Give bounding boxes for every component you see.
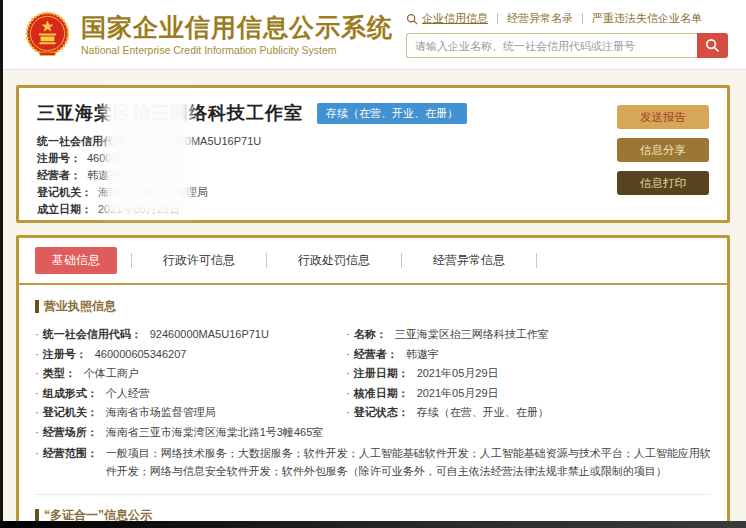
national-emblem-logo	[24, 11, 71, 58]
page-body: 三亚海棠区抬三网络科技工作室 存续（在营、开业、在册） 统一社会信用代码：924…	[0, 70, 746, 528]
print-info-button[interactable]: 信息打印	[617, 171, 709, 195]
site-header: 国家企业信用信息公示系统 National Enterprise Credit …	[0, 0, 746, 70]
search-bar	[406, 33, 728, 58]
business-license-details: 统一社会信用代码：92460000MA5U16P71U 名称：三亚海棠区抬三网络…	[35, 325, 711, 480]
search-button[interactable]	[697, 33, 728, 58]
search-input[interactable]	[406, 33, 697, 58]
business-license-section-title: 营业执照信息	[35, 298, 711, 315]
detail-panel: 基础信息 行政许可信息 行政处罚信息 经营异常信息 营业执照信息 统一社会信用代…	[16, 235, 730, 528]
tab-admin-license[interactable]: 行政许可信息	[146, 247, 252, 274]
header-nav: 企业信用信息 经营异常名录 严重违法失信企业名单	[406, 11, 728, 26]
section-title-bar	[35, 300, 39, 313]
tab-separator	[131, 253, 132, 268]
field-credit-code: 统一社会信用代码：92460000MA5U16P71U	[37, 133, 709, 150]
table-row: 登记机关：海南省市场监督管理局 登记状态：存续（在营、开业、在册）	[35, 403, 711, 423]
nav-link-abnormal-list[interactable]: 经营异常名录	[507, 11, 573, 26]
share-info-button[interactable]: 信息分享	[617, 138, 709, 162]
table-row: 组成形式：个人经营 核准日期：2021年05月29日	[35, 384, 711, 404]
field-reg-number: 注册号：460000605346207	[37, 150, 709, 167]
nav-separator	[497, 13, 498, 24]
tab-basic-info[interactable]: 基础信息	[35, 247, 117, 274]
field-operator: 经营者：韩遨宇	[37, 167, 709, 184]
action-buttons: 发送报告 信息分享 信息打印	[617, 105, 709, 195]
screenshot-left-edge	[0, 0, 3, 528]
tab-separator	[536, 253, 537, 268]
tab-admin-penalty[interactable]: 行政处罚信息	[281, 247, 387, 274]
field-registration-authority: 登记机关：海南省市场监督管理局	[37, 184, 709, 201]
tab-abnormal-operation[interactable]: 经营异常信息	[416, 247, 522, 274]
company-fields: 统一社会信用代码：92460000MA5U16P71U 注册号：46000060…	[37, 133, 709, 218]
table-row: 类型：个体工商户 注册日期：2021年05月29日	[35, 364, 711, 384]
search-icon	[705, 38, 720, 53]
site-title: 国家企业信用信息公示系统	[81, 13, 393, 42]
screenshot-bottom-edge	[0, 521, 746, 528]
tab-separator	[401, 253, 402, 268]
company-summary-panel: 三亚海棠区抬三网络科技工作室 存续（在营、开业、在册） 统一社会信用代码：924…	[16, 85, 730, 223]
table-row: 统一社会信用代码：92460000MA5U16P71U 名称：三亚海棠区抬三网络…	[35, 325, 711, 345]
site-subtitle: National Enterprise Credit Information P…	[81, 44, 393, 56]
status-badge: 存续（在营、开业、在册）	[317, 103, 467, 124]
send-report-button[interactable]: 发送报告	[617, 105, 709, 129]
field-establish-date: 成立日期：2021年05月29日	[37, 201, 709, 218]
tab-bar: 基础信息 行政许可信息 行政处罚信息 经营异常信息	[19, 238, 727, 283]
tab-separator	[266, 253, 267, 268]
search-icon	[406, 13, 418, 25]
table-row: 注册号：460000605346207 经营者：韩遨宇	[35, 345, 711, 365]
table-row: 经营场所：海南省三亚市海棠湾区海棠北路1号3幢465室	[35, 423, 711, 443]
nav-separator	[582, 13, 583, 24]
company-name: 三亚海棠区抬三网络科技工作室	[37, 101, 303, 125]
nav-link-illegal-list[interactable]: 严重违法失信企业名单	[592, 11, 702, 26]
business-scope-row: 经营范围： 一般项目：网络技术服务；大数据服务；软件开发；人工智能基础软件开发；…	[35, 444, 711, 480]
nav-link-credit-info[interactable]: 企业信用信息	[422, 11, 488, 26]
section-divider	[35, 494, 711, 495]
